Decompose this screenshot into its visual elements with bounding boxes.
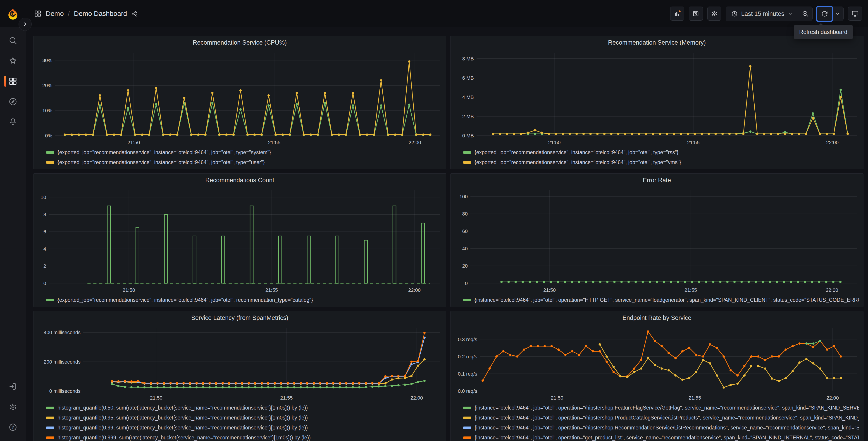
cycle-view-mode-button[interactable] bbox=[848, 6, 862, 21]
legend-label: histogram_quantile(0.99, sum(rate(latenc… bbox=[58, 425, 308, 431]
legend-item[interactable]: {instance="otelcol:9464", job="otel", op… bbox=[463, 423, 859, 433]
service-latency-chart[interactable]: 21:5021:5522:000 milliseconds200 millise… bbox=[33, 324, 446, 402]
refresh-dashboard-button[interactable] bbox=[817, 7, 832, 21]
panel-legend: {instance="otelcol:9464", job="otel", op… bbox=[451, 402, 863, 441]
dashboard-settings-button[interactable] bbox=[707, 6, 721, 21]
panel-title[interactable]: Recommendations Count bbox=[33, 174, 446, 187]
legend-item[interactable]: histogram_quantile(0.99, sum(rate(latenc… bbox=[46, 423, 441, 433]
cpu-chart[interactable]: 21:5021:5522:000%10%20%30% bbox=[33, 49, 446, 147]
legend-label: {exported_job="recommendationservice", i… bbox=[58, 149, 271, 155]
sidebar-item-search[interactable] bbox=[0, 30, 26, 51]
legend-label: {instance="otelcol:9464", job="otel", op… bbox=[474, 297, 859, 303]
search-icon bbox=[8, 36, 18, 45]
sidebar-item-alerting[interactable] bbox=[0, 112, 26, 132]
sidebar-item-dashboards[interactable] bbox=[0, 71, 26, 91]
top-nav-bar: Demo / Demo Dashboard bbox=[0, 0, 868, 27]
legend-label: histogram_quantile(0.50, sum(rate(latenc… bbox=[58, 405, 308, 411]
legend-item[interactable]: {instance="otelcol:9464", job="otel", op… bbox=[463, 433, 859, 441]
svg-text:8: 8 bbox=[43, 212, 46, 217]
refresh-interval-dropdown[interactable] bbox=[832, 7, 843, 21]
sidebar-item-starred[interactable] bbox=[0, 51, 26, 71]
svg-text:22:00: 22:00 bbox=[409, 140, 421, 145]
panel-service-latency: Service Latency (from SpanMetrics) 21:50… bbox=[33, 311, 446, 441]
legend-item[interactable]: {instance="otelcol:9464", job="otel", op… bbox=[463, 295, 859, 305]
add-panel-button[interactable] bbox=[670, 6, 684, 21]
svg-text:22:00: 22:00 bbox=[826, 140, 839, 145]
svg-text:0: 0 bbox=[465, 281, 468, 286]
svg-text:21:55: 21:55 bbox=[268, 140, 280, 145]
legend-item[interactable]: histogram_quantile(0.95, sum(rate(latenc… bbox=[46, 413, 441, 423]
refresh-tooltip: Refresh dashboard bbox=[794, 25, 853, 39]
compass-icon bbox=[8, 97, 18, 106]
endpoint-rate-chart[interactable]: 21:5021:5522:000.0 req/s0.1 req/s0.2 req… bbox=[451, 324, 863, 402]
svg-text:2 MB: 2 MB bbox=[462, 114, 474, 119]
gear-icon bbox=[8, 402, 18, 411]
legend-item[interactable]: histogram_quantile(0.999, sum(rate(laten… bbox=[46, 433, 441, 441]
svg-text:0.2 req/s: 0.2 req/s bbox=[458, 354, 477, 359]
legend-item[interactable]: {exported_job="recommendationservice", i… bbox=[46, 157, 441, 167]
legend-swatch bbox=[46, 416, 54, 419]
legend-label: {instance="otelcol:9464", job="otel", op… bbox=[474, 435, 859, 441]
panel-title[interactable]: Endpoint Rate by Service bbox=[451, 311, 863, 324]
svg-text:21:50: 21:50 bbox=[543, 287, 556, 293]
panel-title[interactable]: Service Latency (from SpanMetrics) bbox=[33, 311, 446, 324]
chevron-right-icon bbox=[22, 21, 28, 27]
legend-swatch bbox=[463, 151, 471, 154]
error-rate-chart[interactable]: 21:5021:5522:00020406080100 bbox=[451, 187, 863, 295]
legend-swatch bbox=[46, 151, 54, 154]
legend-label: {instance="otelcol:9464", job="otel", op… bbox=[474, 405, 859, 411]
sidebar-item-help[interactable]: ? bbox=[0, 417, 26, 437]
legend-item[interactable]: {exported_job="recommendationservice", i… bbox=[46, 295, 441, 305]
sidebar-item-explore[interactable] bbox=[0, 91, 26, 112]
panel-legend: {exported_job="recommendationservice", i… bbox=[33, 295, 446, 307]
panel-legend: {instance="otelcol:9464", job="otel", op… bbox=[451, 295, 863, 307]
sync-icon bbox=[821, 10, 828, 17]
legend-label: {exported_job="recommendationservice", i… bbox=[474, 149, 679, 155]
memory-chart[interactable]: 21:5021:5522:000 MB2 MB4 MB6 MB8 MB bbox=[451, 49, 863, 147]
legend-item[interactable]: {instance="otelcol:9464", job="otel", op… bbox=[463, 403, 859, 413]
svg-text:30%: 30% bbox=[42, 58, 52, 63]
time-range-picker[interactable]: Last 15 minutes bbox=[726, 7, 798, 21]
panel-title[interactable]: Recommendation Service (CPU%) bbox=[33, 36, 446, 49]
search-minus-icon bbox=[802, 10, 809, 18]
svg-text:0%: 0% bbox=[45, 133, 52, 139]
grafana-logo[interactable] bbox=[0, 7, 26, 20]
legend-swatch bbox=[46, 437, 54, 439]
svg-text:200 milliseconds: 200 milliseconds bbox=[44, 359, 81, 365]
breadcrumb-separator: / bbox=[68, 10, 70, 18]
sidebar-expand-button[interactable] bbox=[19, 18, 32, 31]
legend-item[interactable]: histogram_quantile(0.50, sum(rate(latenc… bbox=[46, 403, 441, 413]
breadcrumb-section[interactable]: Demo bbox=[46, 10, 64, 18]
recommendations-count-chart[interactable]: 21:5021:5522:000246810 bbox=[33, 187, 446, 295]
legend-swatch bbox=[46, 161, 54, 164]
sidebar-nav: ? bbox=[0, 27, 26, 441]
legend-item[interactable]: {exported_job="recommendationservice", i… bbox=[463, 157, 859, 167]
gear-icon bbox=[711, 10, 718, 18]
legend-item[interactable]: {instance="otelcol:9464", job="otel", op… bbox=[463, 413, 859, 423]
legend-swatch bbox=[463, 416, 471, 419]
legend-item[interactable]: {exported_job="recommendationservice", i… bbox=[463, 147, 859, 157]
sign-in-icon bbox=[8, 382, 18, 391]
legend-item[interactable]: {exported_job="recommendationservice", i… bbox=[46, 147, 441, 157]
svg-text:21:50: 21:50 bbox=[548, 140, 560, 145]
breadcrumb-page-title[interactable]: Demo Dashboard bbox=[74, 10, 127, 18]
legend-swatch bbox=[46, 299, 54, 301]
svg-text:400 milliseconds: 400 milliseconds bbox=[44, 330, 81, 335]
sidebar-item-preferences[interactable] bbox=[0, 396, 26, 417]
legend-swatch bbox=[463, 407, 471, 409]
grafana-flame-icon bbox=[7, 7, 19, 20]
clock-icon bbox=[731, 10, 738, 17]
svg-text:4 MB: 4 MB bbox=[462, 94, 474, 100]
zoom-out-time-button[interactable] bbox=[798, 7, 812, 21]
legend-swatch bbox=[46, 407, 54, 409]
save-dashboard-button[interactable] bbox=[689, 6, 703, 21]
svg-text:0 milliseconds: 0 milliseconds bbox=[49, 388, 81, 394]
panel-title[interactable]: Error Rate bbox=[451, 174, 863, 187]
svg-text:22:00: 22:00 bbox=[408, 287, 421, 293]
legend-swatch bbox=[463, 427, 471, 429]
svg-text:21:50: 21:50 bbox=[123, 287, 135, 293]
share-icon[interactable] bbox=[131, 10, 138, 17]
refresh-group bbox=[817, 6, 844, 21]
sidebar-item-sign-in[interactable] bbox=[0, 376, 26, 396]
svg-text:4: 4 bbox=[43, 246, 46, 252]
